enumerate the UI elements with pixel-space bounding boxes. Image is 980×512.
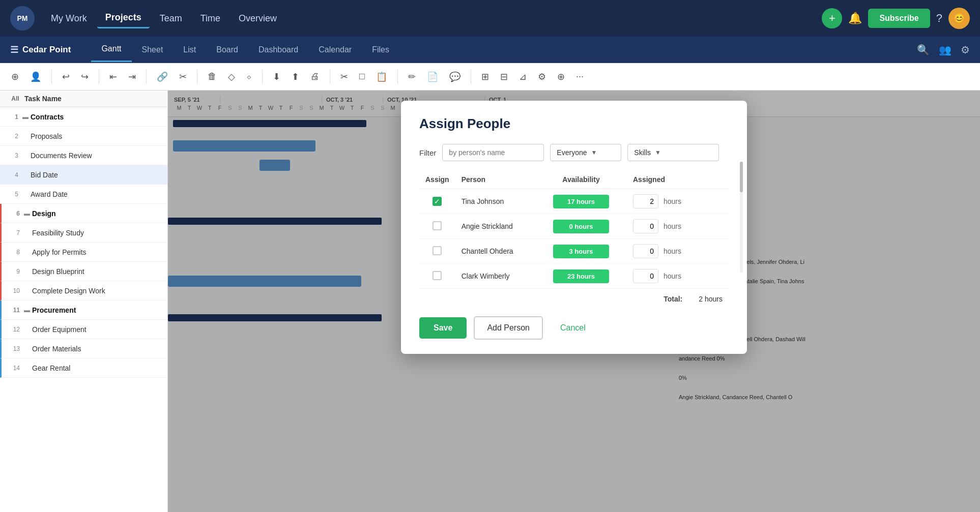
tab-calendar[interactable]: Calendar: [308, 38, 362, 62]
settings-icon[interactable]: ⚙: [961, 44, 970, 56]
import-icon[interactable]: ⬆: [289, 69, 302, 84]
grid-icon[interactable]: ⊟: [497, 69, 511, 84]
person-row: ✓ Tina Johnson 17 hours hours: [419, 189, 729, 214]
chevron-down-icon: ▼: [591, 149, 597, 156]
modal-filter-row: Filter Everyone ▼ Skills ▼: [419, 144, 729, 161]
person-name: Clark Wimberly: [455, 264, 535, 289]
app-logo[interactable]: PM: [10, 6, 35, 31]
zoom-in-icon[interactable]: ⊕: [554, 69, 568, 84]
assigned-hours-input[interactable]: [633, 194, 658, 208]
search-icon[interactable]: 🔍: [917, 44, 930, 56]
assigned-hours-input[interactable]: [633, 219, 658, 233]
everyone-dropdown[interactable]: Everyone ▼: [550, 144, 621, 161]
task-row[interactable]: 14 Gear Rental: [0, 358, 167, 378]
person-row: Clark Wimberly 23 hours hours: [419, 264, 729, 289]
tab-gantt[interactable]: Gantt: [91, 37, 131, 62]
nav-my-work[interactable]: My Work: [43, 9, 95, 28]
skills-dropdown[interactable]: Skills ▼: [627, 144, 719, 161]
assign-checkbox-clark[interactable]: [433, 271, 442, 280]
task-row[interactable]: 13 Order Materials: [0, 339, 167, 358]
toolbar-divider-3: [146, 70, 147, 84]
subscribe-button[interactable]: Subscribe: [868, 9, 930, 28]
task-row[interactable]: 12 Order Equipment: [0, 320, 167, 339]
filter-icon[interactable]: ⊿: [516, 69, 530, 84]
tab-files[interactable]: Files: [362, 38, 399, 62]
more-icon[interactable]: ···: [573, 69, 587, 84]
nav-overview[interactable]: Overview: [230, 9, 285, 28]
notification-icon[interactable]: 🔔: [848, 12, 862, 25]
assigned-hours-input[interactable]: [633, 244, 658, 258]
person-column-header: Person: [455, 171, 535, 189]
toolbar-divider-8: [471, 70, 471, 84]
person-filter-input[interactable]: [442, 144, 544, 161]
add-person-button[interactable]: Add Person: [474, 316, 543, 340]
indent-left-icon[interactable]: ⇤: [106, 69, 120, 84]
gear-icon[interactable]: ⚙: [535, 69, 549, 84]
unlink-icon[interactable]: ✂: [176, 69, 190, 84]
redo-icon[interactable]: ↪: [78, 69, 92, 84]
toolbar-divider-1: [51, 70, 52, 84]
cut-icon[interactable]: ✂: [337, 69, 351, 84]
cancel-button[interactable]: Cancel: [550, 317, 596, 339]
edit-icon[interactable]: ✏: [405, 69, 419, 84]
task-list: All Task Name 1 ▬ Contracts 2 Proposals …: [0, 91, 168, 512]
link-icon[interactable]: 🔗: [154, 69, 171, 84]
tab-dashboard[interactable]: Dashboard: [248, 38, 308, 62]
task-row[interactable]: 5 Award Date: [0, 185, 167, 204]
toolbar: ⊕ 👤 ↩ ↪ ⇤ ⇥ 🔗 ✂ 🗑 ◇ ⬦ ⬇ ⬆ 🖨 ✂ □ 📋 ✏ 📄 💬 …: [0, 63, 980, 91]
nav-time[interactable]: Time: [192, 9, 228, 28]
availability-column-header: Availability: [535, 171, 627, 189]
all-column-header[interactable]: All: [6, 95, 24, 102]
nav-projects[interactable]: Projects: [97, 8, 150, 28]
task-row[interactable]: 2 Proposals: [0, 127, 167, 146]
add-person-toolbar-icon[interactable]: 👤: [27, 69, 44, 84]
undo-icon[interactable]: ↩: [59, 69, 73, 84]
export-icon[interactable]: ⬇: [270, 69, 283, 84]
milestone-icon[interactable]: ⬦: [243, 69, 255, 84]
indent-right-icon[interactable]: ⇥: [125, 69, 139, 84]
delete-icon[interactable]: 🗑: [205, 69, 220, 84]
task-row[interactable]: 8 Apply for Permits: [0, 243, 167, 262]
toolbar-divider-6: [330, 70, 330, 84]
modal-overlay[interactable]: Assign People Filter Everyone ▼ Skills ▼: [168, 91, 980, 512]
task-row[interactable]: 3 Documents Review: [0, 146, 167, 165]
add-button[interactable]: +: [822, 8, 842, 28]
assign-checkbox-chantell[interactable]: [433, 246, 442, 255]
shape-icon[interactable]: ◇: [225, 69, 238, 84]
tab-board[interactable]: Board: [206, 38, 248, 62]
toolbar-divider-4: [197, 70, 197, 84]
print-icon[interactable]: 🖨: [307, 69, 323, 84]
main-content: All Task Name 1 ▬ Contracts 2 Proposals …: [0, 91, 980, 512]
user-settings-icon[interactable]: 👥: [939, 44, 952, 56]
nav-team[interactable]: Team: [152, 9, 190, 28]
columns-icon[interactable]: ⊞: [478, 69, 492, 84]
task-row[interactable]: 10 Complete Design Work: [0, 281, 167, 300]
assign-checkbox-angie[interactable]: [433, 221, 442, 230]
modal-scrollbar[interactable]: [740, 162, 743, 273]
assign-checkbox-tina[interactable]: ✓: [433, 197, 442, 206]
modal-scrollbar-thumb: [740, 162, 743, 192]
task-row[interactable]: 11 ▬ Procurement: [0, 300, 167, 320]
hamburger-icon[interactable]: ☰: [10, 44, 18, 55]
note-icon[interactable]: 📄: [424, 69, 441, 84]
task-row[interactable]: 4 Bid Date: [0, 165, 167, 185]
copy-icon[interactable]: □: [356, 69, 368, 84]
help-icon[interactable]: ?: [936, 12, 942, 25]
tab-list[interactable]: List: [173, 38, 206, 62]
task-row[interactable]: 7 Feasibility Study: [0, 223, 167, 243]
assigned-hours-input[interactable]: [633, 269, 658, 283]
filter-label: Filter: [419, 148, 436, 157]
add-task-icon[interactable]: ⊕: [8, 69, 22, 84]
task-row[interactable]: 9 Design Blueprint: [0, 262, 167, 281]
assign-people-modal: Assign People Filter Everyone ▼ Skills ▼: [401, 101, 747, 354]
task-row[interactable]: 6 ▬ Design: [0, 204, 167, 223]
paste-icon[interactable]: 📋: [373, 69, 390, 84]
availability-bar: 3 hours: [553, 245, 609, 258]
tab-sheet[interactable]: Sheet: [132, 38, 174, 62]
task-row[interactable]: 1 ▬ Contracts: [0, 107, 167, 127]
top-nav-right: + 🔔 Subscribe ? 😊: [822, 8, 970, 29]
user-avatar[interactable]: 😊: [948, 8, 970, 29]
save-button[interactable]: Save: [419, 317, 467, 339]
modal-footer: Save Add Person Cancel: [419, 316, 729, 340]
comment-icon[interactable]: 💬: [446, 69, 464, 84]
